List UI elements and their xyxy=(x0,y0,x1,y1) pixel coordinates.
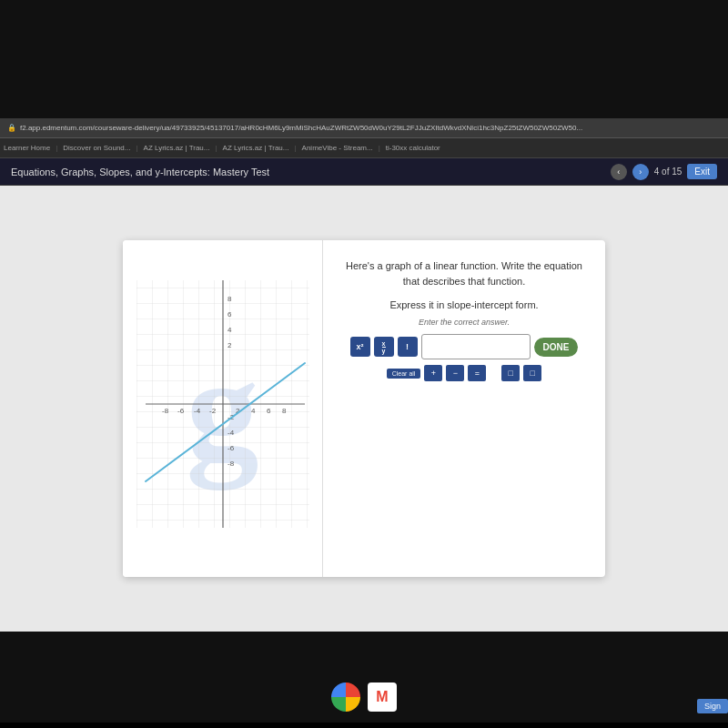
lock-icon: 🔒 xyxy=(7,124,16,132)
fraction-button[interactable]: x y xyxy=(374,337,394,357)
tab-az-lyrics-1[interactable]: AZ Lyrics.az | Trau... xyxy=(144,144,210,152)
chrome-icon[interactable] xyxy=(331,682,360,712)
tab-az-lyrics-2[interactable]: AZ Lyrics.az | Trau... xyxy=(223,144,289,152)
svg-text:2: 2 xyxy=(228,341,232,349)
header-controls: ‹ › 4 of 15 Exit xyxy=(611,164,717,180)
input-row: x² x y ! DONE xyxy=(350,334,579,359)
next-button[interactable]: › xyxy=(632,164,649,180)
tab-discover[interactable]: Discover on Sound... xyxy=(63,144,130,152)
exit-button[interactable]: Exit xyxy=(687,164,717,179)
svg-text:8: 8 xyxy=(228,295,232,303)
top-black-area xyxy=(0,0,728,118)
bottom-area: M Sign xyxy=(0,632,728,723)
prev-button[interactable]: ‹ xyxy=(611,164,627,180)
taskbar: M xyxy=(331,682,397,712)
svg-text:8: 8 xyxy=(282,407,287,415)
right-panel: Here's a graph of a linear function. Wri… xyxy=(323,240,605,577)
svg-text:4: 4 xyxy=(251,407,256,415)
box-button-2[interactable]: □ xyxy=(523,365,541,381)
graph-area: g 8 6 4 2 -2 -4 xyxy=(123,240,323,577)
svg-text:-6: -6 xyxy=(177,407,185,415)
svg-text:6: 6 xyxy=(267,407,271,415)
answer-area: x² x y ! DONE Clear all + − = xyxy=(337,334,592,381)
svg-text:4: 4 xyxy=(228,326,232,334)
svg-text:-6: -6 xyxy=(228,444,235,452)
tab-animevibe[interactable]: AnimeVibe - Stream... xyxy=(302,144,373,152)
enter-instructions: Enter the correct answer. xyxy=(419,318,510,327)
svg-text:-4: -4 xyxy=(228,429,235,437)
question-text: Here's a graph of a linear function. Wri… xyxy=(337,258,592,288)
equals-button[interactable]: = xyxy=(468,365,486,381)
tab-learner-home[interactable]: Learner Home xyxy=(4,144,50,152)
answer-input[interactable] xyxy=(421,334,531,359)
clear-all-button[interactable]: Clear all xyxy=(387,369,421,379)
tab-calculator[interactable]: ti-30xx calculator xyxy=(386,144,440,152)
symbol-row-1: Clear all + − = □ □ xyxy=(387,365,542,381)
main-content-area: g 8 6 4 2 -2 -4 xyxy=(0,186,728,632)
content-card: g 8 6 4 2 -2 -4 xyxy=(123,240,605,577)
url-text: f2.app.edmentum.com/courseware-delivery/… xyxy=(20,124,582,132)
express-text: Express it in slope-intercept form. xyxy=(389,299,538,310)
svg-text:-4: -4 xyxy=(194,407,201,415)
svg-text:6: 6 xyxy=(228,310,232,318)
minus-button[interactable]: − xyxy=(446,365,464,381)
plus-button[interactable]: + xyxy=(424,365,442,381)
done-button[interactable]: DONE xyxy=(534,338,579,357)
page-indicator: 4 of 15 xyxy=(654,167,682,177)
tabs-bar: Learner Home | Discover on Sound... | AZ… xyxy=(0,138,728,158)
gmail-icon[interactable]: M xyxy=(368,682,397,712)
page-title: Equations, Graphs, Slopes, and y-Interce… xyxy=(11,167,269,177)
sign-button[interactable]: Sign xyxy=(697,699,728,713)
address-bar[interactable]: 🔒 f2.app.edmentum.com/courseware-deliver… xyxy=(0,118,728,138)
svg-text:-8: -8 xyxy=(162,407,169,415)
svg-text:-8: -8 xyxy=(228,460,235,468)
app-header: Equations, Graphs, Slopes, and y-Interce… xyxy=(0,158,728,186)
coordinate-graph: 8 6 4 2 -2 -4 -6 -8 -8 -6 -4 -2 2 4 6 8 xyxy=(136,272,309,536)
special-button[interactable]: ! xyxy=(398,337,418,357)
box-button-1[interactable]: □ xyxy=(501,365,520,381)
squared-button[interactable]: x² xyxy=(350,337,370,357)
svg-text:-2: -2 xyxy=(209,407,217,415)
